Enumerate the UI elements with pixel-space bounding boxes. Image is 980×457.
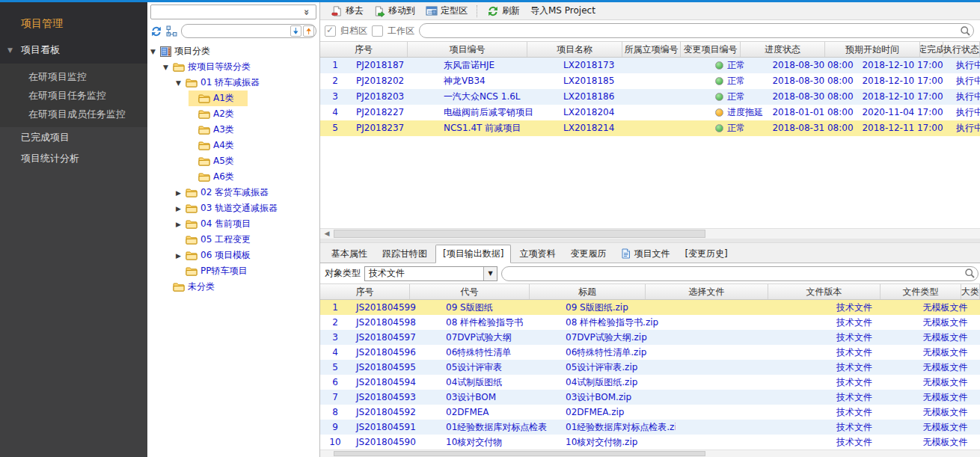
project-table-hscrollbar[interactable]	[320, 228, 980, 239]
output-row[interactable]: 9 JS201804591 01经验数据库对标点检表 01经验数据库对标点检表.…	[320, 420, 980, 435]
project-search-input[interactable]	[419, 23, 974, 38]
tree-node[interactable]: 03 轨道交通减振器	[147, 200, 319, 216]
column-header[interactable]: 序号	[320, 42, 408, 57]
detail-tab[interactable]: 基本属性	[325, 245, 374, 263]
column-header[interactable]: 标题	[530, 284, 646, 299]
tree-filter-combo[interactable]	[150, 4, 316, 19]
tree-node[interactable]: 06 项目模板	[147, 248, 319, 263]
object-type-select[interactable]: 技术文件	[364, 266, 497, 281]
column-header[interactable]: 代号	[410, 284, 530, 299]
scroll-left-icon[interactable]	[322, 229, 332, 239]
detail-tab[interactable]: [变更历史]	[678, 245, 734, 263]
remove-button[interactable]: 移去	[326, 4, 369, 19]
search-up-button[interactable]	[303, 25, 314, 37]
column-header[interactable]: 文件类型	[881, 284, 961, 299]
scrollbar-thumb[interactable]	[334, 230, 705, 238]
output-row[interactable]: 3 JS201804597 07DVP试验大纲 07DVP试验大纲.zip 技术…	[320, 330, 980, 345]
doc-file-cell: 02DFMEA.zip	[560, 405, 676, 420]
detail-tab[interactable]: 跟踪甘特图	[376, 245, 434, 263]
scrollbar-thumb[interactable]	[334, 451, 705, 456]
sidebar-item[interactable]: 项目统计分析	[0, 148, 147, 169]
output-row[interactable]: 5 JS201804595 05设计评审表 05设计评审表.zip 技术文件 无…	[320, 360, 980, 375]
column-header[interactable]: 文件版本	[768, 284, 881, 299]
project-row[interactable]: 4 PJ2018227 电磁阀前后减零销项目 LX2018204 进度拖延 20…	[320, 105, 980, 120]
tree-node[interactable]: 02 客货车减振器	[147, 185, 319, 200]
tree-node[interactable]: 04 售前项目	[147, 216, 319, 232]
detail-tab[interactable]: 项目文件	[614, 245, 676, 263]
sidebar-item-kanban[interactable]: 项目看板	[0, 37, 147, 64]
sidebar-title[interactable]: 项目管理	[0, 4, 147, 37]
output-row[interactable]: 6 JS201804594 04试制版图纸 04试制版图纸.zip 技术文件 无…	[320, 375, 980, 390]
column-header[interactable]: 进度状态	[741, 42, 825, 57]
tree-structure-icon[interactable]	[166, 25, 177, 37]
tree-node[interactable]: A3类	[147, 122, 319, 138]
doc-file-cell: 10核对交付物.zip	[560, 435, 676, 450]
tree-node[interactable]: A4类	[147, 138, 319, 153]
output-row[interactable]: 7 JS201804593 03设计BOM 03设计BOM.zip 技术文件 无…	[320, 390, 980, 405]
tree-node-label: A6类	[213, 171, 234, 183]
sidebar-subitem[interactable]: 在研项目成员任务监控	[0, 105, 147, 123]
column-header[interactable]: 执行状态	[943, 42, 980, 57]
column-header[interactable]: 选择文件	[646, 284, 768, 299]
remove-document-icon	[331, 5, 343, 17]
output-row[interactable]: 2 JS201804598 08 样件检验指导书 08 样件检验指导书.zip …	[320, 315, 980, 330]
search-down-button[interactable]	[290, 25, 301, 37]
project-row[interactable]: 1 PJ2018187 东风雷诺HJE LX2018173 正常 2018-08…	[320, 58, 980, 73]
detail-tab[interactable]: 变更履历	[563, 245, 613, 263]
tree-refresh-icon[interactable]	[150, 25, 162, 37]
column-header[interactable]: 大类	[961, 284, 980, 299]
tree-node[interactable]: A2类	[147, 106, 319, 122]
project-row[interactable]: 2 PJ2018202 神龙VB34 LX2018185 正常 2018-08-…	[320, 73, 980, 89]
column-header[interactable]: 所属立项编号	[622, 42, 681, 57]
import-ms-project-button[interactable]: 导入MS Project	[525, 4, 601, 19]
tree-toggle-icon[interactable]	[176, 189, 186, 197]
output-row[interactable]: 8 JS201804592 02DFMEA 02DFMEA.zip 技术文件 无…	[320, 405, 980, 420]
fixed-zone-button[interactable]: 定型区	[420, 4, 473, 19]
move-document-icon	[374, 5, 385, 17]
output-search-input[interactable]	[501, 266, 979, 281]
tree-toggle-icon[interactable]	[150, 48, 160, 55]
detail-tab[interactable]: 立项资料	[512, 245, 562, 263]
workspace-checkbox[interactable]	[372, 25, 383, 37]
tree-node[interactable]: A1类	[147, 91, 319, 106]
tree-toggle-icon[interactable]	[163, 64, 173, 71]
tree-node[interactable]: 05 工程变更	[147, 232, 319, 248]
column-header[interactable]: 已排定完成时间	[920, 42, 943, 57]
tree-toggle-icon[interactable]	[176, 221, 186, 228]
dropdown-arrow-icon[interactable]	[483, 267, 497, 280]
tree-node-label: A1类	[213, 92, 234, 105]
column-header[interactable]: 预期开始时间	[825, 42, 920, 57]
tree-node[interactable]: 未分类	[147, 279, 319, 295]
detail-tab[interactable]: [项目输出数据]	[435, 245, 511, 263]
project-row[interactable]: 3 PJ2018203 一汽大众NCS 1.6L LX2018186 正常 20…	[320, 89, 980, 105]
move-to-button[interactable]: 移动到	[369, 4, 420, 19]
tree-toggle-icon[interactable]	[176, 79, 186, 87]
column-header[interactable]: 变更项目编号	[681, 42, 741, 57]
column-header[interactable]: 项目名称	[527, 42, 622, 57]
sidebar-subitem[interactable]: 在研项目监控	[0, 67, 147, 86]
tree-node[interactable]: A6类	[147, 169, 319, 185]
start-time-cell: 2018-01-01 08:00	[771, 105, 855, 120]
refresh-button[interactable]: 刷新	[482, 4, 525, 19]
sidebar-subitem[interactable]: 在研项目任务监控	[0, 86, 147, 105]
chevron-double-down-icon	[301, 9, 312, 15]
tree-node[interactable]: A5类	[147, 153, 319, 169]
column-header[interactable]: 项目编号	[408, 42, 527, 57]
status-label: 正常	[727, 73, 745, 89]
category-tree-panel: 项目分类 按项目等级分类	[147, 2, 320, 457]
output-row[interactable]: 10 JS201804590 10核对交付物 10核对交付物.zip 技术文件 …	[320, 435, 980, 450]
tree-node[interactable]: 01 轿车减振器	[147, 75, 319, 91]
tree-node[interactable]: 按项目等级分类	[147, 59, 319, 75]
output-table-hscrollbar[interactable]	[320, 450, 980, 457]
tree-search-input[interactable]	[181, 24, 316, 38]
output-row[interactable]: 4 JS201804596 06特殊特性清单 06特殊特性清单.zip 技术文件…	[320, 345, 980, 360]
column-header[interactable]: 序号	[320, 284, 410, 299]
archive-checkbox[interactable]	[325, 25, 336, 37]
tree-toggle-icon[interactable]	[176, 252, 186, 260]
sidebar-item[interactable]: 已完成项目	[0, 127, 147, 148]
tree-toggle-icon[interactable]	[176, 205, 186, 212]
tree-node[interactable]: 项目分类	[147, 43, 319, 59]
tree-node[interactable]: PP轿车项目	[147, 263, 319, 279]
project-row[interactable]: 5 PJ2018237 NCS1.4T 前减项目 LX2018214 正常 20…	[320, 120, 980, 136]
output-row[interactable]: 1 JS201804599 09 S版图纸 09 S版图纸.zip 技术文件 无…	[320, 300, 980, 315]
